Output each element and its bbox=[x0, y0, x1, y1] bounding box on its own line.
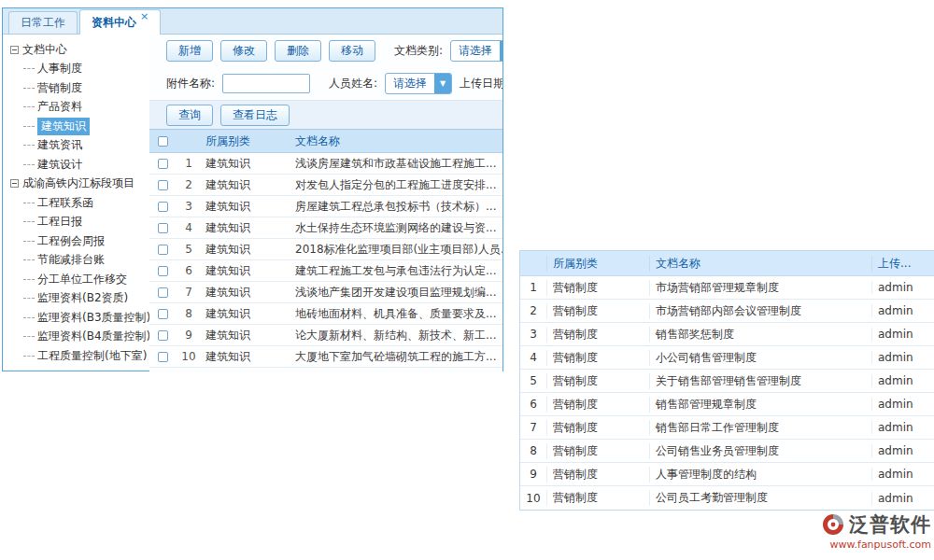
table-row[interactable]: 3营销制度销售部奖惩制度admin bbox=[520, 323, 934, 346]
tab-data-center[interactable]: 资料中心 × bbox=[79, 9, 161, 35]
attachment-name-label: 附件名称: bbox=[166, 76, 215, 91]
tree-node-project-root[interactable]: 成渝高铁内江标段项目 bbox=[10, 175, 149, 194]
column-header-docname: 文档名称 bbox=[649, 256, 871, 272]
table-row[interactable]: 2营销制度市场营销部内部会议管理制度admin bbox=[520, 300, 934, 323]
table-row[interactable]: 8建筑知识地砖地面材料、机具准备、质量要求及... bbox=[149, 303, 502, 325]
table-row[interactable]: 6建筑知识建筑工程施工发包与承包违法行为认定... bbox=[149, 260, 502, 282]
view-log-button[interactable]: 查看日志 bbox=[220, 105, 290, 126]
query-button[interactable]: 查询 bbox=[166, 105, 213, 126]
table-row[interactable]: 3建筑知识房屋建筑工程总承包投标书（技术标）... bbox=[149, 196, 502, 217]
tree-label: 建筑设计 bbox=[37, 157, 82, 173]
tab-label: 资料中心 bbox=[92, 15, 136, 31]
add-button[interactable]: 新增 bbox=[166, 40, 213, 62]
tree-node[interactable]: 人事制度 bbox=[10, 60, 149, 79]
table-header-row: 所属别类 文档名称 上传... bbox=[520, 251, 934, 276]
tree-connector bbox=[23, 356, 35, 357]
table-row[interactable]: 4营销制度小公司销售管理制度admin bbox=[520, 346, 934, 370]
attachment-name-input[interactable] bbox=[222, 74, 310, 93]
table-row[interactable]: 1建筑知识浅谈房屋建筑和市政基础设施工程施工... bbox=[149, 153, 502, 175]
tree-node[interactable]: 监理资料(B3质量控制) bbox=[10, 308, 149, 328]
tree-label: 建筑知识 bbox=[37, 118, 90, 135]
tree-node[interactable]: 工程联系函 bbox=[10, 193, 149, 213]
tree-node[interactable]: 建筑设计 bbox=[10, 155, 149, 175]
row-checkbox[interactable] bbox=[158, 266, 168, 276]
tree-node[interactable]: 产品资料 bbox=[10, 98, 149, 118]
row-checkbox[interactable] bbox=[158, 287, 168, 298]
brand-site-url: www.fanpusoft.com bbox=[822, 539, 931, 551]
tree-node[interactable]: 工程例会周报 bbox=[10, 231, 149, 251]
collapse-icon[interactable] bbox=[10, 179, 19, 188]
row-checkbox[interactable] bbox=[158, 202, 168, 212]
row-checkbox[interactable] bbox=[158, 245, 168, 255]
row-docname: 地砖地面材料、机具准备、质量要求及... bbox=[291, 306, 502, 322]
table-row[interactable]: 9营销制度人事管理制度的结构admin bbox=[520, 463, 934, 486]
table-row[interactable]: 5建筑知识2018标准化监理项目部(业主项目部)人员... bbox=[149, 239, 502, 260]
table-row[interactable]: 8营销制度公司销售业务员管理制度admin bbox=[520, 440, 934, 463]
tree-node-doc-center[interactable]: 文档中心 bbox=[10, 40, 149, 60]
tree-connector bbox=[23, 221, 35, 222]
tree-connector bbox=[23, 126, 35, 127]
row-number: 5 bbox=[520, 374, 546, 387]
table-row[interactable]: 10建筑知识大厦地下室加气砼墙砌筑工程的施工方... bbox=[149, 346, 502, 368]
table-row[interactable]: 9建筑知识论大厦新材料、新结构、新技术、新工... bbox=[149, 325, 502, 346]
row-category: 建筑知识 bbox=[202, 199, 291, 215]
move-button[interactable]: 移动 bbox=[329, 40, 375, 62]
tree-label: 监理资料(B2资质) bbox=[37, 290, 128, 306]
table-row[interactable]: 7营销制度销售部日常工作管理制度admin bbox=[520, 416, 934, 440]
tree-node[interactable]: 营销制度 bbox=[10, 78, 149, 98]
row-docname: 论大厦新材料、新结构、新技术、新工... bbox=[291, 328, 502, 343]
row-checkbox[interactable] bbox=[158, 309, 168, 319]
tree-node[interactable]: 节能减排台账 bbox=[10, 251, 149, 271]
row-number: 8 bbox=[176, 307, 202, 320]
row-docname: 销售部管理规章制度 bbox=[649, 397, 871, 413]
tree-node[interactable]: 工程日报 bbox=[10, 213, 149, 232]
row-docname: 2018标准化监理项目部(业主项目部)人员... bbox=[291, 242, 502, 258]
tab-label: 日常工作 bbox=[21, 15, 65, 31]
tree-node[interactable]: 分工单位工作移交 bbox=[10, 270, 149, 289]
close-icon[interactable]: × bbox=[140, 11, 149, 21]
row-checkbox[interactable] bbox=[158, 180, 168, 190]
tree-label: 工程质量控制(地下室) bbox=[37, 348, 147, 364]
chevron-down-icon: ▼ bbox=[434, 74, 451, 93]
row-checkbox[interactable] bbox=[158, 352, 168, 362]
row-uploader: admin bbox=[871, 421, 934, 434]
column-header-category: 所属别类 bbox=[202, 133, 291, 149]
row-uploader: admin bbox=[871, 398, 934, 411]
tree-label: 人事制度 bbox=[37, 61, 82, 77]
row-checkbox[interactable] bbox=[158, 330, 168, 341]
row-uploader: admin bbox=[871, 444, 934, 457]
tree-label: 营销制度 bbox=[37, 80, 82, 96]
tree-node[interactable]: 建筑资讯 bbox=[10, 136, 149, 156]
table-row[interactable]: 4建筑知识水土保持生态环境监测网络的建设与资... bbox=[149, 217, 502, 239]
person-select[interactable]: 请选择 ▼ bbox=[385, 73, 452, 94]
table-row[interactable]: 10营销制度公司员工考勤管理制度admin bbox=[520, 486, 934, 510]
tree-connector bbox=[23, 106, 35, 107]
collapse-icon[interactable] bbox=[10, 46, 19, 54]
doc-type-select[interactable]: 请选择 ▼ bbox=[450, 40, 502, 62]
modify-button[interactable]: 修改 bbox=[220, 40, 267, 62]
row-docname: 公司销售业务员管理制度 bbox=[649, 443, 871, 459]
select-all-checkbox[interactable] bbox=[158, 136, 168, 147]
tree-label: 工程日报 bbox=[37, 214, 82, 230]
tree-label: 节能减排台账 bbox=[37, 252, 105, 268]
row-category: 建筑知识 bbox=[202, 349, 291, 365]
brand-name: 泛普软件 bbox=[849, 511, 931, 538]
table-row[interactable]: 1营销制度市场营销部管理规章制度admin bbox=[520, 276, 934, 300]
tree-node[interactable]: 监理资料(B4质量控制) bbox=[10, 328, 149, 347]
tree-node-selected[interactable]: 建筑知识 bbox=[10, 117, 149, 136]
row-number: 7 bbox=[520, 421, 546, 434]
table-row[interactable]: 5营销制度关于销售部管理销售管理制度admin bbox=[520, 370, 934, 393]
table-row[interactable]: 7建筑知识浅谈地产集团开发建设项目监理规划编... bbox=[149, 282, 502, 303]
tree-connector bbox=[23, 298, 35, 299]
tree-node[interactable]: 工程质量控制(地下室) bbox=[10, 346, 149, 366]
tree-node[interactable]: 监理资料(B2资质) bbox=[10, 289, 149, 309]
row-number: 10 bbox=[176, 350, 202, 363]
row-uploader: admin bbox=[871, 492, 934, 505]
delete-button[interactable]: 删除 bbox=[275, 40, 321, 62]
row-checkbox[interactable] bbox=[158, 159, 168, 169]
tab-daily-work[interactable]: 日常工作 bbox=[8, 11, 78, 34]
table-row[interactable]: 6营销制度销售部管理规章制度admin bbox=[520, 393, 934, 416]
row-checkbox[interactable] bbox=[158, 223, 168, 233]
table-row[interactable]: 2建筑知识对发包人指定分包的工程施工进度安排... bbox=[149, 175, 502, 196]
fanpu-watermark: 泛普软件 www.fanpusoft.com bbox=[822, 511, 931, 551]
